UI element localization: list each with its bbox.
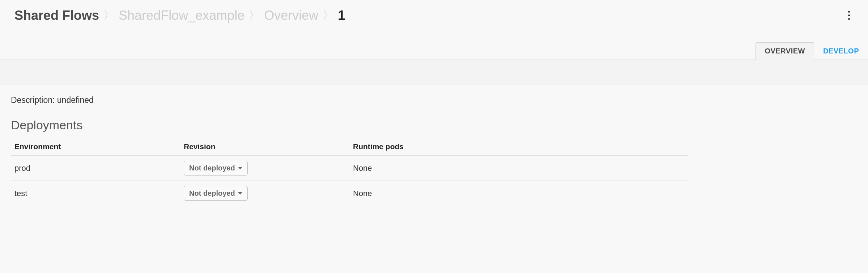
more-vertical-icon bbox=[848, 18, 850, 20]
revision-dropdown-label: Not deployed bbox=[189, 164, 235, 172]
tab-develop[interactable]: DEVELOP bbox=[814, 42, 868, 60]
more-vertical-icon bbox=[848, 14, 850, 16]
table-row: prod Not deployed None bbox=[11, 156, 688, 181]
description-value: undefined bbox=[57, 95, 94, 105]
cell-revision: Not deployed bbox=[180, 181, 349, 206]
description-text: Description: undefined bbox=[11, 95, 857, 105]
table-row: test Not deployed None bbox=[11, 181, 688, 206]
cell-runtime: None bbox=[349, 156, 688, 181]
deployments-heading: Deployments bbox=[11, 118, 857, 132]
tab-bar: OVERVIEW DEVELOP bbox=[0, 31, 868, 60]
more-vertical-icon bbox=[848, 11, 850, 13]
cell-environment: test bbox=[11, 181, 180, 206]
sub-header-bar bbox=[0, 60, 868, 85]
column-header-revision: Revision bbox=[180, 138, 349, 156]
revision-dropdown[interactable]: Not deployed bbox=[184, 186, 248, 201]
chevron-right-icon: 〉 bbox=[103, 8, 114, 23]
deployments-table: Environment Revision Runtime pods prod N… bbox=[11, 138, 688, 206]
revision-dropdown-label: Not deployed bbox=[189, 189, 235, 198]
chevron-right-icon: 〉 bbox=[249, 8, 260, 23]
cell-revision: Not deployed bbox=[180, 156, 349, 181]
caret-down-icon bbox=[238, 192, 242, 195]
cell-environment: prod bbox=[11, 156, 180, 181]
chevron-right-icon: 〉 bbox=[323, 8, 333, 23]
cell-runtime: None bbox=[349, 181, 688, 206]
tab-overview[interactable]: OVERVIEW bbox=[756, 42, 814, 60]
breadcrumb-item-overview[interactable]: Overview bbox=[264, 8, 318, 23]
column-header-environment: Environment bbox=[11, 138, 180, 156]
column-header-runtime: Runtime pods bbox=[349, 138, 688, 156]
more-menu-button[interactable] bbox=[844, 7, 854, 23]
revision-dropdown[interactable]: Not deployed bbox=[184, 161, 248, 176]
breadcrumb-item-flow[interactable]: SharedFlow_example bbox=[119, 8, 244, 23]
breadcrumb: Shared Flows 〉 SharedFlow_example 〉 Over… bbox=[14, 8, 345, 23]
table-header-row: Environment Revision Runtime pods bbox=[11, 138, 688, 156]
breadcrumb-root[interactable]: Shared Flows bbox=[14, 8, 99, 23]
header-bar: Shared Flows 〉 SharedFlow_example 〉 Over… bbox=[0, 0, 868, 31]
description-label: Description: bbox=[11, 95, 55, 105]
content-area: Description: undefined Deployments Envir… bbox=[0, 85, 868, 216]
breadcrumb-current: 1 bbox=[338, 8, 345, 23]
caret-down-icon bbox=[238, 167, 242, 169]
